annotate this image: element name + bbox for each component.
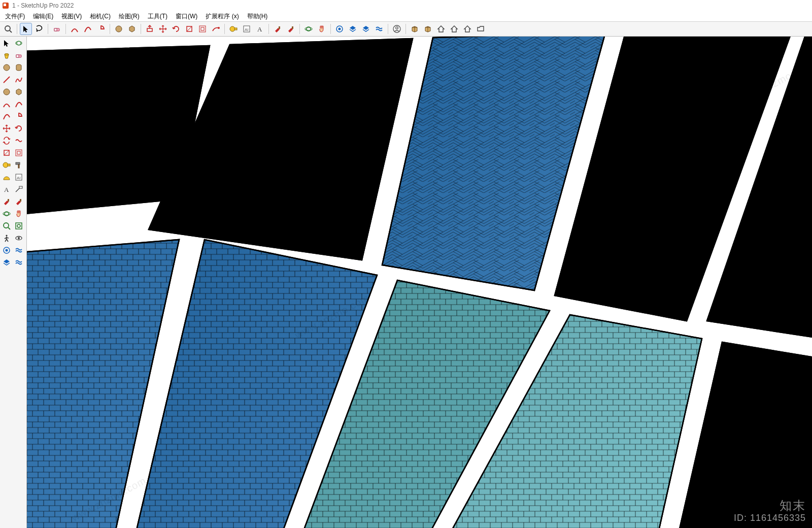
layers2-blue-icon[interactable]	[360, 23, 372, 35]
menu-item[interactable]: 工具(T)	[144, 11, 172, 22]
box-ai-icon[interactable]	[241, 23, 253, 35]
zoom-ext-green-icon[interactable]	[13, 220, 24, 232]
followme-red-icon[interactable]	[210, 23, 222, 35]
paint-red-icon[interactable]	[272, 23, 284, 35]
waves-blue-icon[interactable]	[13, 245, 24, 256]
select-icon[interactable]	[20, 23, 32, 35]
home2-icon[interactable]	[448, 23, 460, 35]
brand-watermark: 知末 ID: 1161456335	[734, 499, 806, 524]
protractor-yellow-icon[interactable]	[1, 172, 12, 183]
zoom-green-icon[interactable]	[1, 220, 12, 232]
layers-blue-icon[interactable]	[1, 257, 12, 268]
select-icon[interactable]	[1, 38, 12, 49]
menubar: 文件(F)编辑(E)视图(V)相机(C)绘图(R)工具(T)窗口(W)扩展程序 …	[0, 11, 812, 22]
hex-tan-icon[interactable]	[126, 23, 138, 35]
menu-item[interactable]: 编辑(E)	[29, 11, 57, 22]
menu-item[interactable]: 绘图(R)	[115, 11, 144, 22]
box3d2-icon[interactable]	[422, 23, 434, 35]
eraser-icon[interactable]	[51, 23, 63, 35]
layers-blue-icon[interactable]	[347, 23, 359, 35]
viewport-canvas[interactable]	[27, 37, 812, 528]
sketchup-app-icon	[2, 2, 9, 9]
search-icon[interactable]	[2, 23, 14, 35]
pushpull-red-icon[interactable]	[144, 23, 156, 35]
toolbar-separator	[330, 24, 331, 34]
arc-red-icon[interactable]	[1, 98, 12, 110]
move-red-icon[interactable]	[157, 23, 169, 35]
line-red-icon[interactable]	[1, 74, 12, 85]
walk-icon[interactable]	[1, 233, 12, 244]
eraser-pink-icon[interactable]	[13, 50, 24, 61]
menu-item[interactable]: 扩展程序 (x)	[201, 11, 243, 22]
toolbar-separator	[110, 24, 110, 34]
home-icon[interactable]	[435, 23, 447, 35]
toolbar-separator	[388, 24, 388, 34]
pie-red-icon[interactable]	[95, 23, 107, 35]
arc-red-icon[interactable]	[69, 23, 81, 35]
titlebar: 1 - SketchUp Pro 2022	[0, 0, 812, 11]
cylinder-tan-icon[interactable]	[13, 62, 24, 73]
toolbar-separator	[17, 24, 17, 34]
box-ai-icon[interactable]	[13, 172, 24, 183]
scale-red-icon[interactable]	[1, 147, 12, 158]
circle-tan-icon[interactable]	[113, 23, 125, 35]
viewport[interactable]: www.znzmo.com www.znzmo.com www.znzmo.co…	[27, 37, 812, 528]
wave-red-icon[interactable]	[13, 135, 24, 146]
arc2-red-icon[interactable]	[82, 23, 94, 35]
offset-red-icon[interactable]	[13, 147, 24, 158]
waves-blue-icon[interactable]	[373, 23, 385, 35]
pan-red-icon[interactable]	[13, 208, 24, 219]
bucket-yellow-icon[interactable]	[1, 50, 12, 61]
hex-tan-icon[interactable]	[13, 86, 24, 97]
menu-item[interactable]: 帮助(H)	[243, 11, 272, 22]
arc2-red-icon[interactable]	[13, 98, 24, 110]
home3-icon[interactable]	[461, 23, 473, 35]
leader-icon[interactable]	[13, 184, 24, 195]
toolbar-top	[0, 22, 812, 37]
folder-icon[interactable]	[475, 23, 487, 35]
waves2-blue-icon[interactable]	[13, 257, 24, 268]
brand-name: 知末	[734, 499, 806, 513]
toolbar-separator	[141, 24, 141, 34]
orbit-eye-icon[interactable]	[13, 38, 24, 49]
rotate-red-icon[interactable]	[13, 123, 24, 134]
eye-icon[interactable]	[13, 233, 24, 244]
toolbar-separator	[268, 24, 269, 34]
paint2-red-icon[interactable]	[285, 23, 297, 35]
menu-item[interactable]: 视图(V)	[57, 11, 86, 22]
circle-tan-icon[interactable]	[1, 86, 12, 97]
toolbar-separator	[65, 24, 66, 34]
target-blue-icon[interactable]	[1, 245, 12, 256]
freehand-red-icon[interactable]	[13, 74, 24, 85]
asset-id: ID: 1161456335	[734, 513, 806, 524]
paint-red-icon[interactable]	[1, 196, 12, 207]
menu-item[interactable]: 文件(F)	[1, 11, 29, 22]
menu-item[interactable]: 窗口(W)	[172, 11, 201, 22]
scale-red-icon[interactable]	[183, 23, 195, 35]
target-blue-icon[interactable]	[333, 23, 346, 35]
hammer-icon[interactable]	[13, 159, 24, 171]
tape-yellow-icon[interactable]	[227, 23, 240, 35]
curve-red-icon[interactable]	[1, 111, 12, 122]
toolbar-separator	[48, 24, 48, 34]
toolbar-left	[0, 37, 27, 528]
user-circle-icon[interactable]	[391, 23, 403, 35]
paint2-red-icon[interactable]	[13, 196, 24, 207]
pie-red-icon[interactable]	[13, 111, 24, 122]
toolbar-separator	[224, 24, 225, 34]
move-red-icon[interactable]	[1, 123, 12, 134]
sync-red-icon[interactable]	[1, 135, 12, 146]
orbit-green-icon[interactable]	[1, 208, 12, 219]
pan-red-icon[interactable]	[316, 23, 328, 35]
text-icon[interactable]	[254, 23, 266, 35]
box3d-icon[interactable]	[409, 23, 421, 35]
offset-red-icon[interactable]	[196, 23, 209, 35]
rotate-red-icon[interactable]	[170, 23, 182, 35]
menu-item[interactable]: 相机(C)	[86, 11, 115, 22]
lasso-icon[interactable]	[33, 23, 45, 35]
toolbar-separator	[299, 24, 300, 34]
tape-yellow-icon[interactable]	[1, 159, 12, 171]
orbit-green-icon[interactable]	[302, 23, 315, 35]
circle-tan-icon[interactable]	[1, 62, 12, 73]
text-icon[interactable]	[1, 184, 12, 195]
